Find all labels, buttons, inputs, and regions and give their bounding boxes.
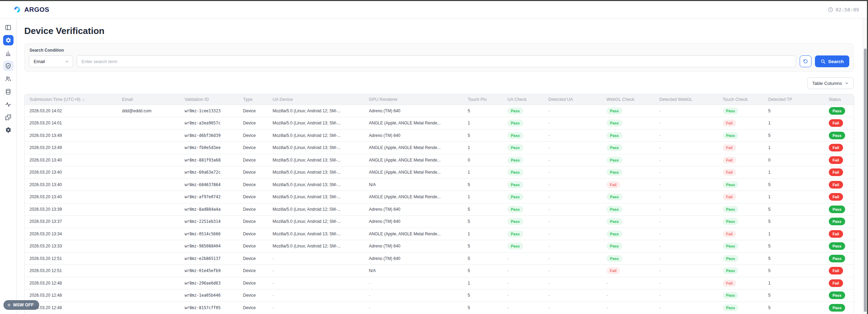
column-header-type: Type	[238, 94, 268, 105]
cell-validation_id: wr8mz-985088404	[180, 240, 238, 253]
cell-touch_pts: 1	[463, 191, 502, 203]
cell-ua_device: Mozilla/5.0 (Linux; Android 13; SM-...	[268, 142, 364, 154]
table-row: 2026.03.20 13:49wr8mz-fb0e5d3eeDeviceMoz…	[25, 142, 854, 154]
column-header-email: Email	[117, 94, 180, 105]
cell-detected_webgl: -	[654, 154, 718, 166]
reset-button[interactable]	[800, 55, 811, 67]
cell-status: Fail	[824, 228, 854, 240]
cell-webgl_check: Fail	[602, 178, 654, 191]
cell-touch_pts: 5	[463, 302, 502, 314]
cell-ua_check: Pass	[502, 105, 543, 117]
cell-ua_check: Pass	[502, 166, 543, 179]
check-badge: Pass	[507, 206, 523, 213]
cell-validation_id: wr8mz-a3ea9657c	[180, 117, 238, 130]
cell-email	[117, 252, 180, 265]
check-badge: Pass	[723, 107, 739, 114]
cell-submission_time: 2026.03.20 13:33	[25, 240, 117, 253]
sidebar-item-integrations[interactable]	[3, 112, 14, 122]
argos-logo[interactable]: ARGOS	[13, 6, 49, 14]
table-row: 2026.03.20 13:33wr8mz-985088404DeviceMoz…	[25, 240, 854, 253]
cell-detected_tp: 5	[763, 302, 824, 314]
msw-status-badge[interactable]: MSW OFF	[3, 300, 39, 310]
cell-detected_tp: 5	[763, 203, 824, 216]
cell-detected_tp: 5	[763, 252, 824, 265]
argos-logo-icon	[13, 6, 21, 14]
status-badge: Fail	[829, 230, 843, 238]
cell-type: Device	[238, 154, 268, 166]
cell-email	[117, 191, 180, 203]
cell-validation_id: wr8mz-2251eb314	[180, 216, 238, 228]
cell-validation_id: wr8mz-1ea05b446	[180, 289, 238, 302]
sidebar-item-database[interactable]	[3, 86, 14, 97]
sidebar-item-settings[interactable]	[3, 125, 14, 135]
cell-touch_pts: 1	[463, 166, 502, 179]
cell-touch_pts: 5	[463, 289, 502, 302]
cell-detected_ua: -	[543, 228, 601, 240]
cell-detected_webgl: -	[654, 117, 718, 130]
cell-touch_check: Fail	[718, 154, 763, 166]
search-condition-select[interactable]: Email	[29, 55, 73, 67]
cell-ua_check: Pass	[502, 228, 543, 240]
cell-type: Device	[238, 105, 268, 117]
column-header-webgl_check: WebGL Check	[602, 94, 654, 105]
scrollbar-thumb[interactable]	[864, 49, 867, 312]
cell-gpu_renderer: ANGLE (Apple, ANGLE Metal Rende...	[364, 154, 463, 166]
sidebar-item-admin-settings[interactable]	[3, 35, 14, 45]
cell-email	[117, 277, 180, 289]
cell-touch_check: Pass	[718, 302, 763, 314]
cell-status: Fail	[824, 265, 854, 277]
cell-detected_ua: -	[543, 178, 601, 191]
check-badge: Pass	[607, 193, 622, 200]
sidebar-item-activity[interactable]	[3, 99, 14, 110]
sidebar-item-analytics[interactable]	[3, 48, 14, 58]
cell-ua_check: Pass	[502, 191, 543, 203]
search-button[interactable]: Search	[815, 55, 849, 67]
window-frame-top	[0, 0, 868, 1]
column-header-detected_webgl: Detected WebGL	[654, 94, 718, 105]
puzzle-icon	[5, 114, 11, 121]
table-row: 2026.03.20 13:40wr8mz-881f93a68DeviceMoz…	[25, 154, 854, 166]
cell-ua_device: -	[268, 277, 364, 289]
chevron-down-icon	[65, 59, 69, 64]
check-badge: Pass	[507, 218, 523, 225]
cell-gpu_renderer: -	[364, 289, 463, 302]
column-header-submission_time[interactable]: Submission Time (UTC+9)↑↓	[25, 94, 117, 105]
cell-detected_ua: -	[543, 252, 601, 265]
check-badge: Fail	[723, 280, 736, 287]
clock-time: 02:58:09	[836, 7, 859, 12]
table-columns-button[interactable]: Table Columns	[807, 77, 854, 89]
check-badge: Pass	[607, 157, 622, 164]
cell-status: Fail	[824, 166, 854, 179]
cell-gpu_renderer: Adreno (TM) 640	[364, 105, 463, 117]
check-badge: Pass	[607, 218, 622, 225]
sidebar-item-users[interactable]	[3, 73, 14, 84]
cell-detected_tp: 1	[763, 228, 824, 240]
cell-validation_id: wr8mz-881f93a68	[180, 154, 238, 166]
cell-detected_webgl: -	[654, 191, 718, 203]
check-badge: Pass	[507, 193, 523, 200]
cell-type: Device	[238, 142, 268, 154]
column-header-touch_check: Touch Check	[718, 94, 763, 105]
cell-validation_id: wr8mz-8157cff05	[180, 302, 238, 314]
table-header-row: Submission Time (UTC+9)↑↓EmailValidation…	[25, 94, 854, 105]
cell-validation_id: wr8mz-8ad884a4a	[180, 203, 238, 216]
check-badge: Pass	[723, 206, 739, 213]
cell-detected_ua: -	[543, 302, 601, 314]
msw-label: MSW OFF	[13, 303, 34, 307]
check-badge: Pass	[607, 243, 622, 250]
check-badge: Pass	[607, 255, 622, 262]
check-badge: Pass	[607, 206, 622, 213]
cell-gpu_renderer: -	[364, 302, 463, 314]
main-content: Device Verification Search Condition Ema…	[17, 19, 863, 314]
search-input[interactable]	[77, 55, 796, 67]
status-badge: Fail	[829, 193, 843, 201]
sidebar-panel-toggle[interactable]	[3, 22, 14, 33]
sidebar-item-device-verification[interactable]	[3, 61, 14, 71]
check-badge: Pass	[607, 230, 622, 237]
cell-email	[117, 240, 180, 253]
sort-arrows-icon[interactable]: ↑↓	[82, 97, 84, 102]
cell-detected_webgl: -	[654, 277, 718, 289]
check-badge: Pass	[723, 304, 739, 311]
cell-detected_tp: 1	[763, 277, 824, 289]
cell-detected_webgl: -	[654, 289, 718, 302]
